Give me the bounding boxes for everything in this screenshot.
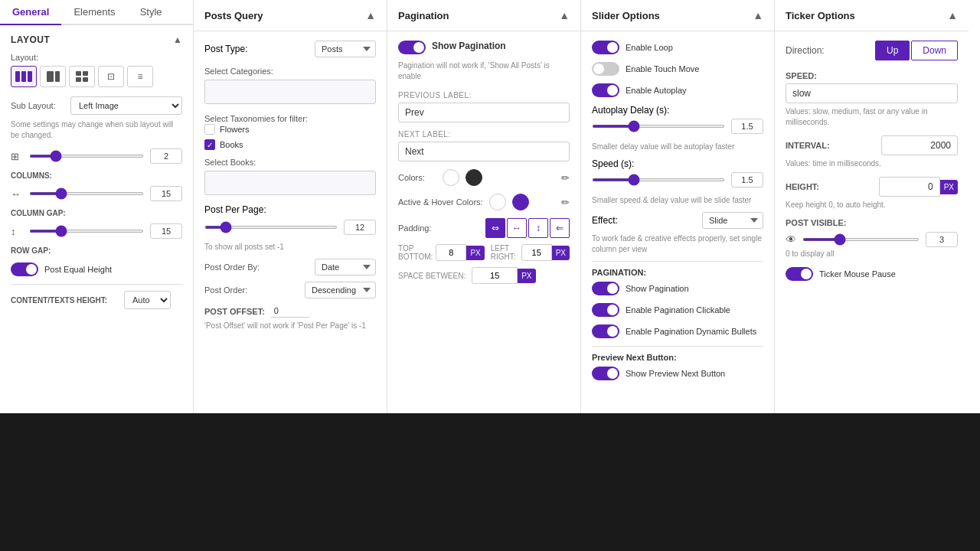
- post-visible-input[interactable]: 3: [926, 232, 958, 247]
- slider-show-pagination-toggle[interactable]: [592, 282, 619, 295]
- pagination-clickable-row: Enable Pagination Clickable: [592, 303, 763, 317]
- colors-label: Colors:: [398, 173, 436, 182]
- tab-style[interactable]: Style: [128, 0, 175, 25]
- pagination-clickable-toggle[interactable]: [592, 303, 619, 317]
- columns-label: Columns:: [11, 171, 182, 180]
- select-books-input[interactable]: [204, 171, 376, 195]
- content-height-select[interactable]: Auto Fixed: [124, 291, 171, 309]
- active-color-purple[interactable]: [512, 194, 529, 210]
- post-equal-height-toggle[interactable]: [11, 262, 38, 276]
- height-input-group: 0 PX: [879, 177, 958, 197]
- next-label-input[interactable]: Next: [398, 142, 570, 161]
- post-type-row: Post Type: Posts Pages: [204, 41, 376, 57]
- padding-row: Padding: ⇔ ↔ ↕ ⇐: [398, 218, 570, 238]
- autoplay-delay-row: Autoplay Delay (s):: [592, 105, 763, 116]
- row-gap-input[interactable]: 15: [150, 223, 182, 239]
- sublayout-label: Sub Layout:: [11, 101, 64, 110]
- row-gap-slider[interactable]: [29, 230, 144, 233]
- layout-btn-grid[interactable]: [11, 66, 37, 87]
- columns-input[interactable]: 2: [150, 148, 182, 164]
- pagination-dynamic-label: Enable Pagination Dynamic Bullets: [626, 327, 756, 336]
- color-dark[interactable]: [466, 169, 482, 186]
- layout-section-title: Layout: [11, 34, 50, 45]
- height-label: HEIGHT:: [786, 182, 819, 191]
- ticker-mouse-label: Ticker Mouse Pause: [819, 269, 896, 279]
- column-gap-input[interactable]: 15: [150, 186, 182, 201]
- pad-btn-h[interactable]: ↔: [507, 218, 527, 238]
- content-height-row: CONTENT/TEXTS HEIGHT: Auto Fixed: [11, 291, 182, 309]
- height-row: HEIGHT: 0 PX: [786, 177, 958, 197]
- pagination-dynamic-toggle[interactable]: [592, 324, 619, 338]
- show-pagination-label: Show Pagination: [432, 41, 506, 51]
- select-categories-input[interactable]: [204, 80, 376, 104]
- ticker-speed-input[interactable]: slow: [786, 83, 958, 103]
- enable-loop-row: Enable Loop: [592, 41, 763, 54]
- active-pen-icon[interactable]: ✏: [561, 197, 570, 208]
- ticker-speed-label: SPEED:: [786, 71, 958, 80]
- active-color-white[interactable]: [489, 194, 506, 210]
- per-page-hint: To show all posts set -1: [204, 243, 376, 251]
- pad-btn-linked[interactable]: ⇔: [485, 218, 505, 238]
- show-preview-next-toggle[interactable]: [592, 367, 619, 380]
- posts-query-collapse[interactable]: ▲: [365, 9, 376, 21]
- ticker-mouse-toggle[interactable]: [786, 267, 813, 281]
- layout-collapse-icon[interactable]: ▲: [173, 34, 182, 45]
- interval-hint: Values: time in milliseconds.: [786, 158, 958, 169]
- per-page-input[interactable]: 12: [344, 220, 376, 235]
- show-pagination-toggle[interactable]: [398, 41, 426, 54]
- column-gap-row: ↔ 15: [11, 186, 182, 201]
- ticker-options-panel: Ticker Options ▲ Direction: Up Down SPEE…: [775, 0, 969, 413]
- pad-btn-all[interactable]: ⇐: [550, 218, 570, 238]
- pad-btn-v[interactable]: ↕: [528, 218, 548, 238]
- left-right-input[interactable]: 15: [521, 244, 552, 261]
- space-between-input[interactable]: 15: [472, 267, 518, 284]
- speed-label-row: Speed (s):: [592, 158, 763, 169]
- post-order-by-label: Post Order By:: [204, 262, 273, 272]
- autoplay-delay-slider[interactable]: [592, 125, 725, 128]
- post-order-by-select[interactable]: Date Title Random: [315, 259, 376, 276]
- sublayout-select[interactable]: Left Image Right Image Top Image: [70, 96, 182, 115]
- tab-elements[interactable]: Elements: [61, 0, 127, 25]
- layout-btn-col3[interactable]: [69, 66, 95, 87]
- left-right-label: LEFT RIGHT:: [491, 244, 518, 261]
- tab-general[interactable]: General: [0, 0, 61, 25]
- slider-options-collapse[interactable]: ▲: [753, 9, 763, 21]
- direction-down-btn[interactable]: Down: [911, 41, 958, 60]
- speed-slider[interactable]: [592, 178, 725, 181]
- direction-up-btn[interactable]: Up: [875, 41, 910, 60]
- pagination-header: Pagination ▲: [387, 0, 580, 31]
- autoplay-delay-input[interactable]: 1.5: [731, 119, 763, 134]
- show-preview-next-row: Show Preview Next Button: [592, 367, 763, 380]
- effect-select[interactable]: Slide Fade Creative: [702, 212, 763, 229]
- post-order-select[interactable]: Descending Ascending: [305, 282, 376, 298]
- height-input[interactable]: 0: [879, 177, 940, 197]
- pen-icon[interactable]: ✏: [561, 172, 570, 184]
- top-bottom-input[interactable]: 8: [436, 244, 466, 261]
- interval-input[interactable]: 2000: [881, 135, 958, 155]
- enable-touch-move-toggle[interactable]: [592, 62, 619, 76]
- post-offset-label: POST OFFSET:: [204, 307, 265, 316]
- per-page-slider[interactable]: [204, 226, 338, 229]
- prev-label-input[interactable]: Prev: [398, 103, 570, 122]
- layout-btn-masonry[interactable]: ⊡: [98, 66, 124, 87]
- layout-btn-col2[interactable]: [40, 66, 66, 87]
- ticker-options-header: Ticker Options ▲: [775, 0, 969, 31]
- column-gap-slider[interactable]: [29, 192, 144, 195]
- pagination-collapse[interactable]: ▲: [559, 9, 570, 21]
- enable-autoplay-toggle[interactable]: [592, 83, 619, 97]
- flowers-checkbox[interactable]: [204, 124, 215, 135]
- post-visible-slider[interactable]: [802, 238, 920, 241]
- ticker-options-collapse[interactable]: ▲: [947, 9, 958, 21]
- post-order-label: Post Order:: [204, 285, 273, 295]
- post-offset-input[interactable]: 0: [271, 305, 309, 318]
- height-px: PX: [940, 180, 958, 194]
- enable-loop-toggle[interactable]: [592, 41, 619, 54]
- slider-options-panel: Slider Options ▲ Enable Loop Enable Touc…: [581, 0, 775, 413]
- books-label: Books: [220, 140, 243, 149]
- color-white[interactable]: [443, 169, 459, 186]
- columns-slider[interactable]: [29, 155, 144, 158]
- post-type-select[interactable]: Posts Pages: [315, 41, 376, 57]
- speed-input[interactable]: 1.5: [731, 172, 763, 187]
- books-checkbox[interactable]: ✓: [204, 139, 215, 150]
- layout-btn-list[interactable]: ≡: [127, 66, 153, 87]
